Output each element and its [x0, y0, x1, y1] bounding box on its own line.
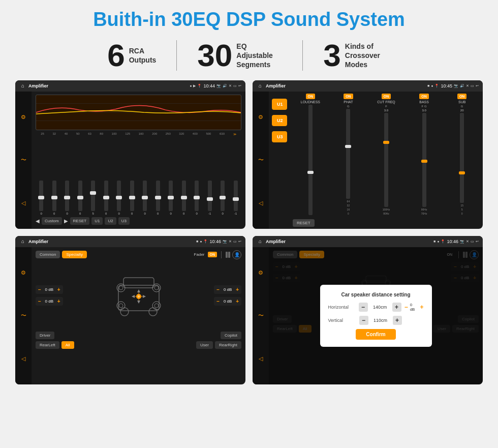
modal-right-minus-1[interactable]: − [404, 304, 408, 311]
fader-btn-all[interactable]: All [61, 341, 74, 349]
fader-btn-driver[interactable]: Driver [36, 332, 54, 339]
distance-wave-icon[interactable]: 〜 [255, 310, 266, 321]
svg-marker-19 [137, 289, 140, 292]
home-icon[interactable]: ⌂ [19, 82, 26, 89]
eq-bottom-bar: ◀ Custom ▶ RESET U1 U2 U3 [36, 215, 241, 226]
modal-horizontal-minus[interactable]: − [359, 303, 368, 312]
crossover-rect-icon: ▭ [471, 84, 474, 88]
crossover-cam-icon: 📷 [454, 84, 458, 88]
eq-u2-btn[interactable]: U2 [105, 217, 116, 225]
fader-db-row-1: − 0 dB + [36, 285, 63, 294]
stat-eq-number: 30 [197, 40, 232, 71]
eq-wave-icon[interactable]: 〜 [18, 155, 29, 166]
modal-vertical-plus[interactable]: + [393, 316, 402, 325]
modal-horizontal-label: Horizontal [328, 305, 356, 310]
fader-btn-copilot[interactable]: Copilot [221, 332, 241, 339]
fader-minus-3[interactable]: − [216, 287, 220, 292]
modal-right-plus-1[interactable]: + [420, 304, 423, 311]
cutfreq-label: CUT FREQ [377, 100, 395, 104]
eq-rect-icon: ▭ [233, 84, 237, 88]
sub-on-btn[interactable]: ON [457, 94, 467, 99]
fader-btn-user[interactable]: User [196, 341, 213, 349]
eq-volume-icon[interactable]: ◁ [18, 197, 29, 208]
eq-u3-btn[interactable]: U3 [118, 217, 130, 225]
modal-right-db-1: 0 dB [410, 303, 418, 312]
crossover-tuner-icon[interactable]: ⚙ [255, 111, 266, 123]
fader-tab-specialty[interactable]: Specialty [62, 251, 86, 258]
modal-horizontal-stepper: − 140cm + [359, 303, 401, 312]
fader-minus-4[interactable]: − [216, 298, 220, 304]
modal-vertical-minus[interactable]: − [359, 316, 368, 325]
eq-slider-15: 0 [221, 181, 225, 215]
fader-screen-card: ⌂ Amplifier ■ ● 📍 10:46 📷 ✕ ▭ ↩ ⚙ 〜 ◁ [15, 236, 245, 384]
eq-dot1: ● [190, 84, 192, 87]
fader-home-icon[interactable]: ⌂ [19, 238, 26, 245]
fader-plus-2[interactable]: + [57, 298, 60, 304]
fader-volume-icon[interactable]: ◁ [18, 353, 29, 364]
eq-u1-btn[interactable]: U1 [91, 217, 103, 225]
fader-plus-1[interactable]: + [57, 287, 60, 292]
distance-screen-title: Amplifier [266, 239, 431, 244]
crossover-wave-icon[interactable]: 〜 [255, 155, 266, 166]
fader-on-btn[interactable]: ON [208, 252, 217, 257]
fader-btn-rearleft[interactable]: RearLeft [36, 341, 59, 349]
fader-btn-rearright[interactable]: RearRight [215, 341, 241, 349]
eq-slider-3: 0 [65, 181, 69, 215]
modal-vertical-stepper: − 110cm + [359, 316, 402, 325]
fader-wave-icon[interactable]: 〜 [18, 310, 29, 321]
fader-tuner-icon[interactable]: ⚙ [18, 267, 29, 278]
eq-prev-btn[interactable]: ◀ [36, 218, 40, 224]
crossover-screen-card: ⌂ Amplifier ■ ● 📍 10:45 📷 🔊 ✕ ▭ ↩ ⚙ 〜 [253, 80, 483, 229]
fader-rect-icon: ▭ [233, 240, 237, 244]
distance-content: ⚙ 〜 ◁ Common Specialty ON [253, 247, 483, 384]
svg-point-8 [119, 286, 123, 290]
fader-minus-2[interactable]: − [38, 298, 41, 304]
distance-volume-icon[interactable]: ◁ [255, 353, 266, 364]
fader-plus-4[interactable]: + [236, 298, 239, 304]
preset-u1[interactable]: U1 [272, 99, 287, 110]
crossover-dot1: ■ [427, 84, 429, 87]
distance-pin-icon: 📍 [441, 240, 445, 244]
modal-horizontal-plus[interactable]: + [392, 303, 401, 312]
eq-play-btn[interactable]: ▶ [64, 218, 68, 224]
bass-label: BASS [419, 100, 429, 104]
fader-bottom-row: Driver Copilot [36, 332, 241, 339]
svg-marker-21 [132, 295, 135, 298]
modal-vertical-label: Vertical [328, 318, 356, 323]
eq-slider-7: 0 [117, 181, 121, 215]
stat-eq-label: EQ AdjustableSegments [236, 42, 282, 70]
fader-avatar-icon[interactable]: 👤 [232, 250, 241, 259]
eq-preset-custom[interactable]: Custom [42, 217, 62, 225]
fader-db-val-4: 0 dB [222, 299, 234, 304]
loudness-on-btn[interactable]: ON [306, 94, 316, 99]
fader-label: Fader [194, 252, 205, 257]
crossover-home-icon[interactable]: ⌂ [257, 82, 264, 89]
svg-point-14 [154, 304, 159, 308]
preset-u3[interactable]: U3 [272, 131, 287, 142]
modal-title: Car speaker distance setting [328, 292, 424, 297]
eq-tuner-icon[interactable]: ⚙ [18, 111, 29, 123]
modal-right-1: − 0 dB + [404, 303, 424, 312]
fader-tab-common[interactable]: Common [36, 251, 60, 258]
crossover-reset-btn[interactable]: RESET [293, 219, 315, 227]
eq-slider-1: 0 [39, 181, 43, 215]
distance-home-icon[interactable]: ⌂ [257, 238, 264, 245]
modal-horizontal-row: Horizontal − 140cm + − 0 dB + [328, 303, 424, 312]
modal-confirm-button[interactable]: Confirm [356, 329, 395, 340]
preset-u2[interactable]: U2 [272, 115, 287, 126]
eq-left-sidebar: ⚙ 〜 ◁ [15, 92, 32, 229]
page-title: Buith-in 30EQ DSP Sound System [93, 9, 405, 31]
eq-screen-content: ⚙ 〜 ◁ [15, 92, 245, 229]
eq-reset-btn[interactable]: RESET [70, 217, 90, 225]
fader-left-sidebar: ⚙ 〜 ◁ [15, 247, 32, 384]
bass-on-btn[interactable]: ON [419, 94, 429, 99]
eq-main-area: 25 32 40 50 63 80 100 125 160 200 250 32… [32, 92, 245, 229]
fader-db-row-2: − 0 dB + [36, 297, 63, 306]
phat-on-btn[interactable]: ON [344, 94, 353, 99]
crossover-volume-icon[interactable]: ◁ [255, 197, 266, 208]
fader-minus-1[interactable]: − [38, 287, 41, 292]
fader-plus-3[interactable]: + [236, 287, 239, 292]
cutfreq-on-btn[interactable]: ON [382, 94, 391, 99]
distance-tuner-icon[interactable]: ⚙ [255, 267, 266, 278]
distance-main-area: Common Specialty ON 👤 [269, 247, 483, 384]
